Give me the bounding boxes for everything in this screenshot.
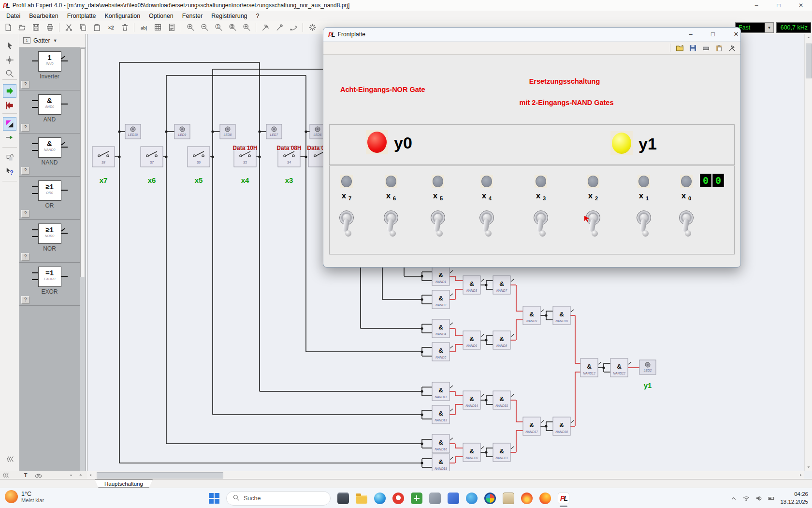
paste-icon[interactable] <box>92 23 102 32</box>
scroll-up-icon[interactable] <box>76 471 85 479</box>
tray-chevron-icon[interactable] <box>730 494 738 502</box>
help-button[interactable]: ? <box>21 124 29 132</box>
circuit-switch-s8[interactable]: S8 <box>92 147 115 167</box>
taskbar-app-firefox[interactable] <box>536 489 554 508</box>
print-icon[interactable] <box>45 23 55 32</box>
toggle-switch-x4[interactable] <box>476 209 497 239</box>
times2-icon[interactable]: ×2 <box>106 23 116 32</box>
print-icon[interactable] <box>701 43 710 53</box>
palette-scrollbar[interactable] <box>80 47 86 471</box>
taskbar-app-blue-app[interactable] <box>444 489 463 508</box>
zoom-out-icon[interactable] <box>200 23 209 32</box>
help-button[interactable]: ? <box>21 296 29 304</box>
grid-icon[interactable] <box>153 23 162 32</box>
helpcursor-icon[interactable]: ? <box>3 164 16 178</box>
magnifier-icon[interactable] <box>3 67 16 80</box>
delete-icon[interactable] <box>120 23 130 32</box>
circuit-led-led7[interactable]: LED7 <box>266 124 282 139</box>
palette-item-nand[interactable]: &NAND0NAND? <box>19 137 80 177</box>
new-icon[interactable] <box>3 23 13 32</box>
toggle-switch-x7[interactable] <box>336 209 357 239</box>
circuit-led-led8[interactable]: LED8 <box>220 124 235 139</box>
taskbar-app-tan-box[interactable] <box>499 489 518 508</box>
toggle-switch-x3[interactable] <box>530 209 551 239</box>
palette-item-and[interactable]: &AND0AND? <box>19 94 80 134</box>
maximize-button[interactable]: □ <box>768 0 790 11</box>
report-icon[interactable] <box>167 23 176 32</box>
settings-icon[interactable] <box>307 23 317 32</box>
frontplatte-titlebar[interactable]: PL Frontplatte – □ ✕ <box>323 28 740 42</box>
toggle-switch-x1[interactable] <box>633 209 654 239</box>
save-icon[interactable] <box>688 43 697 53</box>
circuit-switch-s6[interactable]: S6 <box>188 147 210 167</box>
crosshair-icon[interactable] <box>3 53 16 67</box>
tools-icon[interactable] <box>727 43 737 53</box>
toggle-switch-x0[interactable] <box>676 209 697 239</box>
menu-frontplatte[interactable]: Frontplatte <box>63 12 101 20</box>
volume-icon[interactable] <box>755 494 763 502</box>
copy-icon[interactable] <box>78 23 87 32</box>
taskbar-app-explorer[interactable] <box>352 489 371 508</box>
start-button[interactable] <box>205 490 223 507</box>
canvas-horizontal-scrollbar[interactable] <box>87 471 804 479</box>
canvas-vertical-scrollbar[interactable] <box>804 34 812 471</box>
taskbar-clock[interactable]: 04:26 13.12.2025 <box>780 491 808 506</box>
toggle-switch-x2[interactable] <box>582 209 604 239</box>
tab-hauptschaltung[interactable]: Hauptschaltung <box>95 479 153 488</box>
circuit-led-led2[interactable]: LED2 <box>639 360 656 374</box>
scroll-down-icon[interactable] <box>67 471 75 479</box>
help-button[interactable]: ? <box>21 253 29 261</box>
pin-icon[interactable] <box>3 131 16 144</box>
chevron-down-icon[interactable]: ▼ <box>765 23 773 32</box>
help-button[interactable]: ? <box>21 210 29 218</box>
minimize-button[interactable]: – <box>745 0 768 11</box>
reset-icon[interactable] <box>3 99 16 112</box>
circuit-led-led10[interactable]: LED10 <box>125 124 141 139</box>
taskbar-app-media-red[interactable] <box>389 489 407 508</box>
vertical-scroll-thumb[interactable] <box>806 44 812 78</box>
run-icon[interactable] <box>3 84 16 98</box>
binoculars-icon[interactable] <box>34 471 43 479</box>
screwdriver-icon[interactable] <box>275 23 284 32</box>
palette-item-inverter[interactable]: 1INV0Inverter? <box>19 51 80 90</box>
palette-category-select[interactable]: 1 Gatter ▼ <box>19 34 86 47</box>
gate-nand19[interactable]: &NAND19 <box>432 454 453 471</box>
menu-bearbeiten[interactable]: Bearbeiten <box>25 12 62 20</box>
menu-datei[interactable]: Datei <box>2 12 25 20</box>
horizontal-scroll-thumb[interactable] <box>97 472 223 478</box>
layers-icon[interactable] <box>3 151 16 164</box>
taskbar-app-monitor[interactable] <box>334 489 352 508</box>
minimize-button[interactable]: – <box>683 28 698 41</box>
network-icon[interactable] <box>742 494 750 502</box>
cut-icon[interactable] <box>64 23 73 32</box>
text-tool-icon[interactable]: T <box>21 471 30 479</box>
taskbar-weather-widget[interactable]: 1°C Meist klar <box>5 490 44 503</box>
menu-optionen[interactable]: Optionen <box>145 12 178 20</box>
maximize-button[interactable]: □ <box>706 28 720 41</box>
taskbar-app-cyan-app[interactable] <box>463 489 481 508</box>
palette-item-or[interactable]: ≥1OR0OR? <box>19 180 80 220</box>
tools-icon[interactable] <box>261 23 270 32</box>
zoom-fit-icon[interactable] <box>228 23 237 32</box>
close-button[interactable]: ✕ <box>729 28 741 41</box>
help-button[interactable]: ? <box>21 81 29 89</box>
taskbar-app-flame[interactable] <box>518 489 536 508</box>
toggle-switch-x5[interactable] <box>427 209 449 239</box>
frontplatte-window[interactable]: PL Frontplatte – □ ✕ Acht-Eingangs-NOR G… <box>323 27 741 268</box>
simulation-speed-select[interactable]: Fast ▼ <box>735 22 774 33</box>
search-input[interactable]: Suche <box>226 491 331 506</box>
close-button[interactable]: ✕ <box>790 0 812 11</box>
palette-item-nor[interactable]: ≥1NOR0NOR? <box>19 224 80 263</box>
open-icon[interactable] <box>17 23 27 32</box>
menu-registrierung[interactable]: Registrierung <box>207 12 251 20</box>
zoom-window-icon[interactable] <box>242 23 251 32</box>
paste-icon[interactable] <box>714 43 724 53</box>
collapse-strip-icon[interactable] <box>3 452 16 466</box>
text-icon[interactable]: ab| <box>139 23 148 32</box>
cursor-icon[interactable] <box>3 39 16 52</box>
taskbar-app-gray-app[interactable] <box>426 489 444 508</box>
zoom-in-icon[interactable] <box>186 23 195 32</box>
battery-icon[interactable] <box>768 494 775 502</box>
help-button[interactable]: ? <box>21 167 29 175</box>
menu-fenster[interactable]: Fenster <box>178 12 207 20</box>
